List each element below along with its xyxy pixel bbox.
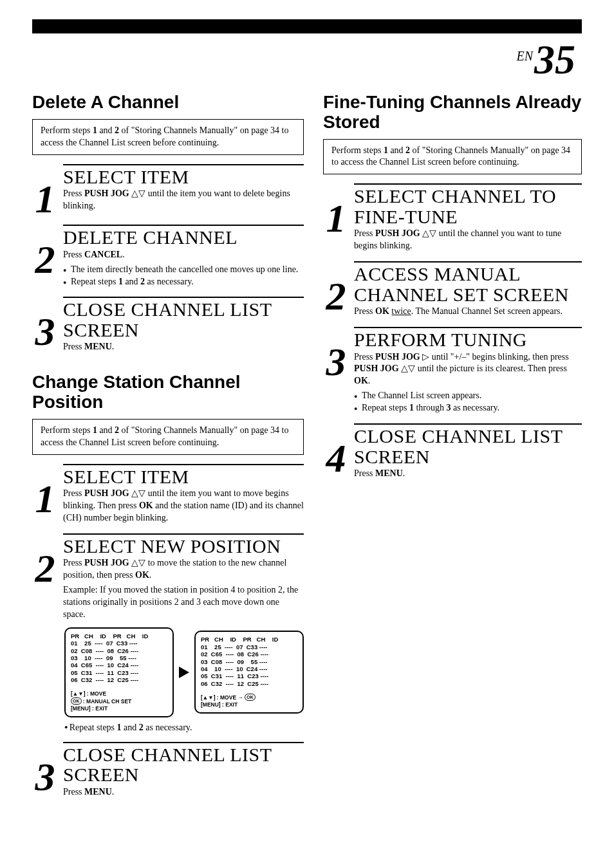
t: as necessary. — [144, 723, 192, 732]
t: twice — [391, 306, 411, 316]
t: and — [123, 277, 140, 286]
header-black-bar — [32, 19, 582, 33]
t: and — [122, 723, 139, 732]
step-number: 2 — [32, 225, 58, 288]
t: Press — [63, 787, 84, 797]
t: Repeat steps — [362, 403, 409, 412]
change-step-3: 3 CLOSE CHANNEL LIST SCREEN Press MENU. — [32, 742, 304, 799]
tv-row: 04 10 ---- 10 C24 ---- — [201, 665, 297, 672]
delete-channel-title: Delete A Channel — [32, 93, 304, 113]
tv-row: 02 C08 ---- 08 C26 ---- — [71, 647, 167, 654]
tv-row: 03 C08 ---- 09 55 ---- — [201, 658, 297, 665]
step-number: 3 — [32, 742, 58, 799]
t: Press — [354, 306, 375, 316]
step-number: 2 — [323, 261, 349, 318]
bullet: The item directly beneath the cancelled … — [63, 264, 304, 276]
t: MENU — [84, 342, 112, 351]
left-column: Delete A Channel Perform steps 1 and 2 o… — [32, 88, 304, 799]
step-text: Press OK twice. The Manual Channel Set s… — [354, 306, 582, 318]
t: PUSH JOG — [84, 488, 129, 498]
t: OK — [375, 306, 389, 316]
delete-step-3: 3 CLOSE CHANNEL LIST SCREEN Press MENU. — [32, 297, 304, 353]
fine-step-4: 4 CLOSE CHANNEL LIST SCREEN Press MENU. — [323, 423, 582, 480]
page-number: 35 — [534, 37, 575, 82]
intro-text: Perform steps — [41, 125, 93, 135]
t: . — [403, 468, 405, 478]
step-title: CLOSE CHANNEL LIST SCREEN — [63, 299, 304, 340]
t: . — [368, 376, 371, 385]
t: 1 — [409, 403, 414, 412]
tv-screen-before: PR CH ID PR CH ID 01 25 ---- 07 C33 ----… — [64, 627, 174, 717]
bullet: Repeat steps 1 and 2 as necessary. — [63, 276, 304, 288]
tv-screen-after: PR CH ID PR CH ID 01 25 ---- 07 C33 ----… — [194, 631, 304, 714]
t: Press — [63, 189, 84, 198]
tv-hint: [MENU] : EXIT — [71, 705, 167, 712]
t: ▷ until "+/–" begins blinking, then pres… — [420, 352, 569, 362]
t: PUSH JOG — [84, 189, 129, 198]
channel-list-figure: PR CH ID PR CH ID 01 25 ---- 07 C33 ----… — [64, 627, 304, 717]
tv-row: 03 10 ---- 09 55 ---- — [71, 654, 167, 661]
intro-text: and — [97, 425, 115, 435]
t: Press — [63, 250, 84, 259]
delete-intro-box: Perform steps 1 and 2 of "Storing Channe… — [32, 119, 304, 155]
step-number: 4 — [323, 423, 349, 480]
step-text: Press PUSH JOG △▽ until the item you wan… — [63, 488, 304, 524]
ok-icon: OK — [245, 694, 256, 701]
t: Press — [63, 558, 84, 568]
t: Press — [63, 488, 84, 498]
example-text: Example: If you moved the station in pos… — [63, 584, 304, 621]
t: Repeat steps — [70, 723, 117, 732]
tv-hint: [▲▼] : MOVE — [71, 690, 167, 697]
t: : MANUAL CH SET — [82, 698, 132, 705]
t: . — [112, 342, 115, 351]
step-text: Press PUSH JOG ▷ until "+/–" begins blin… — [354, 351, 582, 414]
step-title: CLOSE CHANNEL LIST SCREEN — [63, 744, 304, 785]
repeat-note: Repeat steps 1 and 2 as necessary. — [64, 723, 304, 733]
change-position-title: Change Station Channel Position — [32, 373, 304, 412]
t: Press — [354, 228, 375, 238]
right-column: Fine-Tuning Channels Already Stored Perf… — [323, 88, 582, 799]
step-text: Press MENU. — [354, 468, 582, 480]
step-text: Press PUSH JOG △▽ until the channel you … — [354, 228, 582, 252]
step-number: 1 — [32, 164, 58, 216]
step-title: CLOSE CHANNEL LIST SCREEN — [354, 426, 582, 466]
t: OK — [139, 501, 153, 510]
t: [▲▼] : MOVE → — [201, 694, 245, 701]
t: Press — [63, 342, 84, 351]
arrow-right-icon — [179, 667, 189, 678]
t: 1 — [117, 723, 122, 732]
step-number: 3 — [323, 327, 349, 414]
t: OK — [354, 376, 368, 385]
page-number-row: EN35 — [32, 36, 582, 84]
tv-header: PR CH ID PR CH ID — [71, 633, 167, 640]
step-number: 2 — [32, 533, 58, 621]
step-number: 1 — [323, 183, 349, 252]
step-title: SELECT ITEM — [63, 167, 304, 187]
t: CANCEL — [84, 250, 122, 259]
fine-step-1: 1 SELECT CHANNEL TO FINE-TUNE Press PUSH… — [323, 183, 582, 252]
t: Press — [354, 352, 375, 362]
tv-row: 05 C31 ---- 11 C23 ---- — [71, 669, 167, 676]
tv-footer: [▲▼] : MOVE → OK [MENU] : EXIT — [201, 694, 297, 708]
intro-text: Perform steps — [331, 145, 384, 155]
fine-step-2: 2 ACCESS MANUAL CHANNEL SET SCREEN Press… — [323, 261, 582, 318]
step-title: ACCESS MANUAL CHANNEL SET SCREEN — [354, 264, 582, 304]
fine-intro-box: Perform steps 1 and 2 of "Storing Channe… — [323, 139, 582, 175]
tv-row: 04 C65 ---- 10 C24 ---- — [71, 661, 167, 669]
fine-step-3: 3 PERFORM TUNING Press PUSH JOG ▷ until … — [323, 327, 582, 414]
t: . — [149, 570, 152, 580]
t: . The Manual Channel Set screen appears. — [411, 306, 563, 316]
tv-row: 06 C32 ---- 12 C25 ---- — [71, 676, 167, 683]
t: 2 — [139, 723, 144, 732]
step-number: 3 — [32, 297, 58, 353]
intro-step1: 1 — [93, 425, 97, 435]
step-title: SELECT ITEM — [63, 466, 304, 487]
t: PUSH JOG — [354, 364, 399, 373]
step-text: Press MENU. — [63, 341, 304, 353]
tv-row: 05 C31 ---- 11 C23 ---- — [201, 672, 297, 679]
tv-hint: OK : MANUAL CH SET — [71, 697, 167, 705]
step-title: DELETE CHANNEL — [63, 227, 304, 248]
delete-step-2: 2 DELETE CHANNEL Press CANCEL. The item … — [32, 225, 304, 288]
tv-hint: [▲▼] : MOVE → OK — [201, 694, 297, 701]
intro-step1: 1 — [384, 145, 388, 155]
